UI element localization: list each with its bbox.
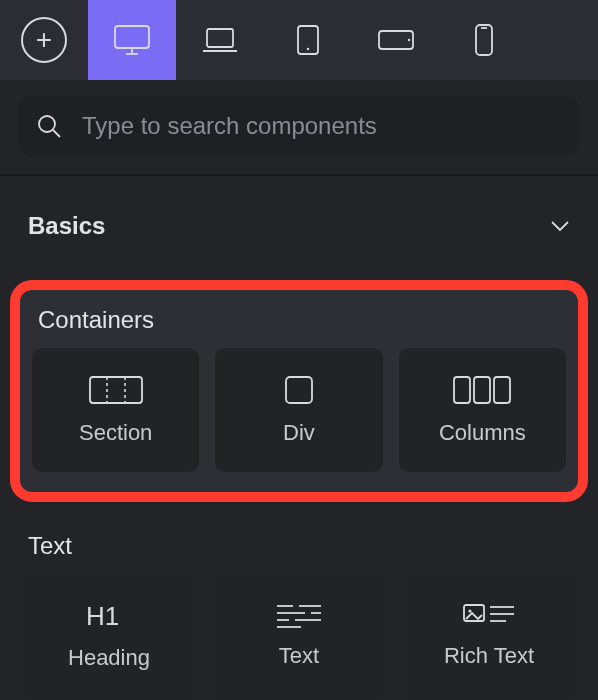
tile-section-label: Section [79, 420, 152, 446]
svg-rect-13 [90, 377, 142, 403]
svg-point-8 [408, 39, 410, 41]
category-basics-header[interactable]: Basics [0, 176, 598, 254]
svg-rect-0 [115, 26, 149, 48]
tablet-icon [295, 23, 321, 57]
tile-div[interactable]: Div [215, 348, 382, 472]
group-containers-tiles: Section Div Columns [32, 348, 566, 472]
svg-rect-17 [454, 377, 470, 403]
tile-section[interactable]: Section [32, 348, 199, 472]
svg-point-6 [307, 48, 309, 50]
device-landscape[interactable] [352, 0, 440, 80]
heading-icon: H1 [86, 601, 132, 631]
tile-text-label: Text [279, 643, 319, 669]
section-icon [87, 374, 145, 406]
tile-richtext[interactable]: Rich Text [402, 574, 576, 698]
landscape-icon [376, 28, 416, 52]
columns-icon [451, 374, 513, 406]
tile-richtext-label: Rich Text [444, 643, 534, 669]
category-basics-label: Basics [28, 212, 105, 240]
laptop-icon [200, 25, 240, 55]
top-toolbar: + [0, 0, 598, 80]
svg-point-11 [39, 116, 55, 132]
device-phone[interactable] [440, 0, 528, 80]
tile-heading-label: Heading [68, 645, 150, 671]
text-icon [275, 603, 323, 629]
group-text: Text H1 Heading Text [0, 512, 598, 698]
device-desktop[interactable] [88, 0, 176, 80]
tile-div-label: Div [283, 420, 315, 446]
group-containers-highlight: Containers Section Div Columns [10, 280, 588, 502]
group-text-tiles: H1 Heading Text [22, 574, 576, 698]
tile-text[interactable]: Text [212, 574, 386, 698]
svg-text:H1: H1 [86, 601, 119, 631]
chevron-down-icon [550, 220, 570, 232]
device-laptop[interactable] [176, 0, 264, 80]
group-text-title: Text [22, 526, 576, 574]
svg-rect-16 [286, 377, 312, 403]
phone-icon [473, 22, 495, 58]
tile-columns-label: Columns [439, 420, 526, 446]
tile-heading[interactable]: H1 Heading [22, 574, 196, 698]
richtext-icon [462, 603, 516, 629]
svg-rect-3 [207, 29, 233, 47]
div-icon [283, 374, 315, 406]
group-containers-title: Containers [32, 300, 566, 348]
search-input[interactable] [80, 111, 562, 141]
desktop-icon [112, 23, 152, 57]
device-tablet[interactable] [264, 0, 352, 80]
search-icon [36, 113, 62, 139]
svg-rect-18 [474, 377, 490, 403]
svg-rect-19 [494, 377, 510, 403]
svg-point-29 [468, 609, 471, 612]
plus-icon: + [21, 17, 67, 63]
add-button[interactable]: + [0, 0, 88, 80]
svg-line-12 [53, 130, 60, 137]
tile-columns[interactable]: Columns [399, 348, 566, 472]
search-bar[interactable] [18, 96, 580, 156]
svg-rect-9 [476, 25, 492, 55]
